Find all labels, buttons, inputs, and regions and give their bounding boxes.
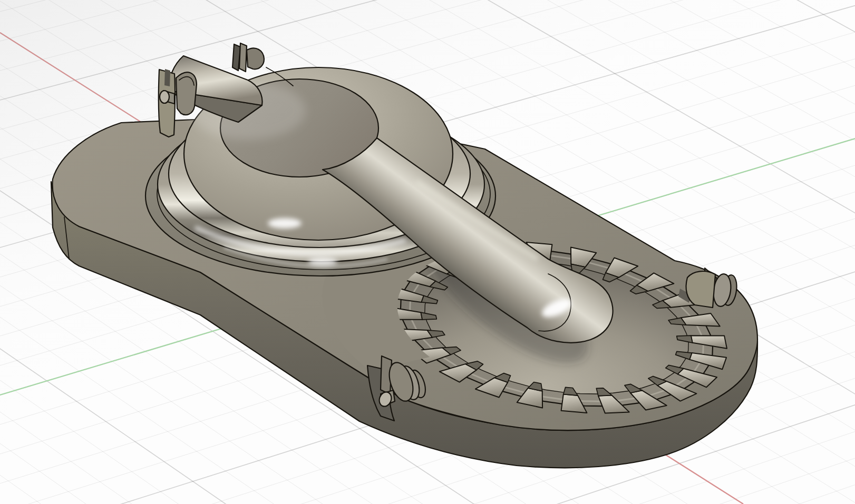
viewport-3d[interactable]	[0, 0, 855, 504]
viewport-canvas[interactable]	[0, 0, 855, 504]
hinge-pin-cap	[160, 91, 169, 103]
